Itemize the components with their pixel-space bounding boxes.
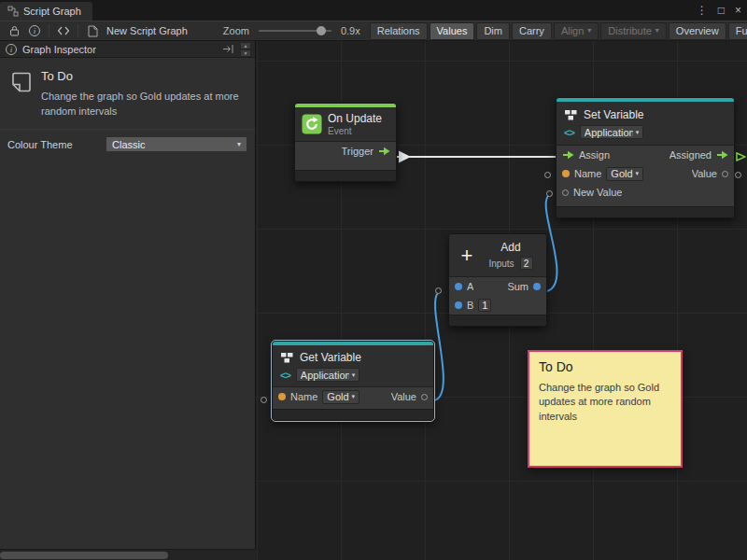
sum-output-port[interactable] <box>533 283 541 290</box>
b-value-field[interactable]: 1 <box>478 299 491 312</box>
scope-value: Application <box>301 370 349 381</box>
values-button[interactable]: Values <box>430 22 475 40</box>
assigned-port-label: Assigned <box>669 149 712 161</box>
dim-label: Dim <box>484 25 502 36</box>
sticky-note-title: To Do <box>539 359 671 374</box>
chevron-down-icon: ▾ <box>352 393 356 400</box>
chevron-down-icon: ▾ <box>636 129 640 136</box>
graph-name-label: New Script Graph <box>106 25 188 36</box>
tab-script-graph[interactable]: Script Graph <box>0 2 92 21</box>
chevron-down-icon: ▾ <box>237 140 241 148</box>
graph-inspector-panel: i Graph Inspector ▲ ▼ To Do Change the g… <box>0 41 256 560</box>
graph-canvas[interactable]: On Update Event Trigger <box>256 41 747 560</box>
value-outer-port[interactable] <box>735 172 741 178</box>
new-value-port-label: New Value <box>573 187 622 198</box>
add-node[interactable]: + Add Inputs 2 A Sum <box>448 233 547 327</box>
close-icon[interactable]: × <box>735 4 741 17</box>
node-title: Set Variable <box>584 108 643 121</box>
sticky-note[interactable]: To Do Change the graph so Gold updates a… <box>528 350 683 468</box>
inspector-header: i Graph Inspector ▲ ▼ <box>0 41 255 58</box>
chevron-down-icon: ▾ <box>352 371 356 379</box>
assigned-outer-port[interactable] <box>735 152 746 161</box>
on-update-node[interactable]: On Update Event Trigger <box>294 103 397 182</box>
info-icon: i <box>29 25 40 36</box>
b-input-port[interactable] <box>455 301 462 309</box>
code-icon: <> <box>564 127 574 138</box>
inspector-title: Graph Inspector <box>22 44 96 55</box>
dock-panel-icon[interactable] <box>222 44 234 54</box>
value-output-port[interactable] <box>421 394 428 400</box>
chevron-down-icon: ▾ <box>587 27 591 35</box>
zoom-slider-thumb[interactable] <box>317 26 326 35</box>
node-title: Get Variable <box>300 351 361 364</box>
variable-name-dropdown[interactable]: Gold ▾ <box>322 390 359 404</box>
inspector-horizontal-scrollbar[interactable] <box>0 549 256 560</box>
get-name-outer-port[interactable] <box>261 397 267 403</box>
dim-button[interactable]: Dim <box>476 22 510 40</box>
trigger-output-port[interactable] <box>378 147 390 156</box>
trigger-port-label: Trigger <box>342 146 374 157</box>
scroll-down-icon[interactable]: ▼ <box>240 49 251 57</box>
variable-name-value: Gold <box>327 391 348 402</box>
name-input-port[interactable] <box>562 170 570 177</box>
inspector-todo-title: To Do <box>41 69 244 83</box>
name-port-label: Name <box>574 168 601 179</box>
a-outer-port[interactable] <box>435 287 442 294</box>
value-port-label: Value <box>391 391 416 402</box>
new-value-input-port[interactable] <box>562 189 569 196</box>
node-footer <box>557 206 734 217</box>
overview-label: Overview <box>676 25 719 36</box>
name-input-port[interactable] <box>278 393 286 400</box>
toolbar-button-group: Relations Values Dim Carry Align▾ Distri… <box>370 22 747 40</box>
node-footer <box>449 315 546 326</box>
variable-scope-dropdown[interactable]: Application ▾ <box>296 368 360 382</box>
assign-input-port[interactable] <box>562 150 574 160</box>
colour-theme-label: Colour Theme <box>7 139 106 150</box>
value-port-label: Value <box>692 168 717 179</box>
zoom-slider[interactable] <box>259 30 331 32</box>
tab-title: Script Graph <box>23 6 81 17</box>
overview-button[interactable]: Overview <box>669 22 726 40</box>
window-menu-icon[interactable]: ⋮ <box>697 4 708 17</box>
scrollbar-thumb[interactable] <box>0 552 168 559</box>
name-outer-port[interactable] <box>544 172 551 178</box>
a-input-port[interactable] <box>455 283 462 290</box>
full-screen-button[interactable]: Full Screen <box>728 22 747 40</box>
set-variable-node[interactable]: Set Variable <> Application ▾ <box>556 97 735 218</box>
code-icon: <> <box>280 370 290 381</box>
scroll-up-icon[interactable]: ▲ <box>240 42 251 49</box>
graph-toolbar: i New Script Graph Zoom 0.9x Relations V… <box>0 21 747 41</box>
add-icon: + <box>457 245 477 266</box>
align-button[interactable]: Align▾ <box>554 22 599 40</box>
distribute-button[interactable]: Distribute▾ <box>600 22 666 40</box>
script-graph-asset-icon <box>83 22 102 39</box>
relations-button[interactable]: Relations <box>370 22 428 40</box>
value-output-port[interactable] <box>722 171 728 177</box>
note-icon <box>10 71 33 93</box>
colour-theme-value: Classic <box>112 139 237 150</box>
inspector-toggle-icon[interactable]: i <box>25 22 44 39</box>
new-value-outer-port[interactable] <box>546 190 553 197</box>
variables-icon <box>564 109 578 121</box>
code-view-icon[interactable] <box>54 22 73 39</box>
carry-button[interactable]: Carry <box>512 22 552 40</box>
node-subtitle: Event <box>328 126 382 136</box>
inputs-label: Inputs <box>488 259 514 269</box>
variable-scope-dropdown[interactable]: Application ▾ <box>580 125 644 139</box>
relations-label: Relations <box>377 25 420 36</box>
variable-name-value: Gold <box>611 168 632 179</box>
get-variable-node[interactable]: Get Variable <> Application ▾ Name <box>272 341 434 421</box>
toolbar-divider <box>78 24 78 37</box>
colour-theme-dropdown[interactable]: Classic ▾ <box>106 136 247 152</box>
wire-value-to-a[interactable] <box>434 293 444 400</box>
lock-icon[interactable] <box>5 22 23 39</box>
assigned-output-port[interactable] <box>716 150 728 160</box>
variable-name-dropdown[interactable]: Gold ▾ <box>606 167 643 181</box>
scope-value: Application <box>585 127 633 138</box>
maximize-icon[interactable]: □ <box>718 4 725 17</box>
inputs-count-field[interactable]: 2 <box>520 257 533 270</box>
info-icon: i <box>6 44 17 55</box>
variables-icon <box>280 352 294 364</box>
window-tab-bar: Script Graph ⋮ □ × <box>0 0 747 21</box>
inspector-todo-section: To Do Change the graph so Gold updates a… <box>0 58 255 129</box>
